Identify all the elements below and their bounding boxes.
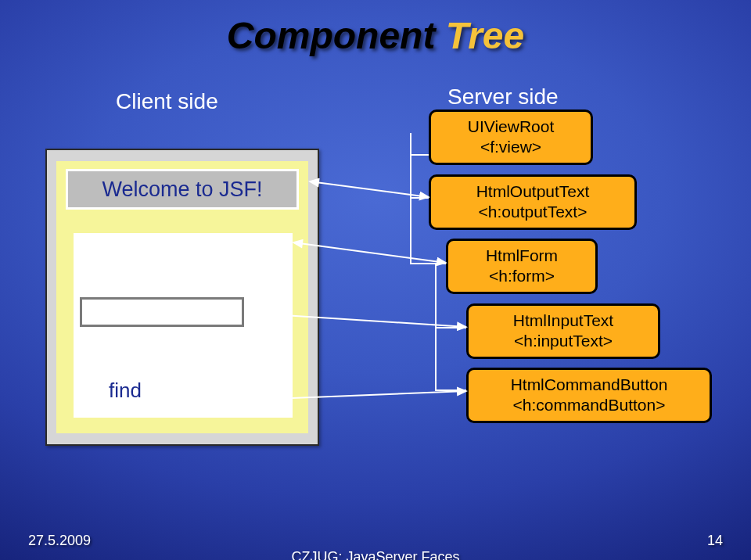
node-class: HtmlCommandButton [480,375,699,395]
footer-middle: CZJUG: JavaServer Faces [0,549,751,560]
tree-connector [435,389,466,391]
client-page-body: Welcome to JSF! find [56,161,308,433]
node-tag: <h:outputText> [442,202,623,222]
node-tag: <h:inputText> [480,331,647,351]
client-form: find [74,233,293,418]
client-find-button[interactable]: find [91,374,160,407]
node-tag: <h:form> [459,266,584,286]
node-tag: <h:commandButton> [480,395,699,415]
welcome-text: Welcome to JSF! [66,169,299,210]
footer-page: 14 [707,533,723,549]
node-htmlform: HtmlForm <h:form> [446,239,598,294]
slide: Component Tree Client side Server side W… [0,0,751,560]
client-side-label: Client side [116,89,218,114]
node-htmlinputtext: HtmlInputText <h:inputText> [466,303,660,359]
title-part-1: Component [227,15,436,56]
node-tag: <f:view> [442,137,580,157]
server-side-label: Server side [447,84,559,109]
node-class: HtmlForm [459,246,584,266]
footer-date: 27.5.2009 [28,533,91,549]
node-htmlcommandbutton: HtmlCommandButton <h:commandButton> [466,368,712,423]
node-uiviewroot: UIViewRoot <f:view> [429,109,593,165]
client-window: Welcome to JSF! find [45,149,319,446]
node-class: HtmlInputText [480,311,647,331]
client-text-input[interactable] [80,297,244,327]
node-class: HtmlOutputText [442,181,623,202]
title-part-2: Tree [435,15,524,56]
tree-connector [410,133,411,264]
tree-connector [410,154,429,156]
tree-connector [410,263,446,264]
node-class: UIViewRoot [442,117,580,137]
tree-connector [410,197,429,199]
slide-title: Component Tree [0,14,751,57]
node-htmloutputtext: HtmlOutputText <h:outputText> [429,174,637,230]
tree-connector [435,327,466,328]
